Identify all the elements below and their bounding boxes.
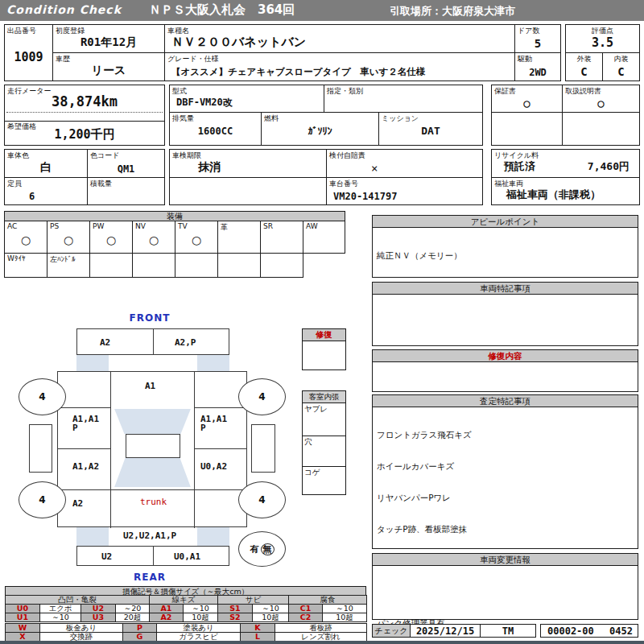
exterior-grade-label: 外装 <box>566 54 602 64</box>
vehicle-notes-title: 車両特記事項 <box>373 283 638 295</box>
drive-label: 駆動 <box>518 54 532 64</box>
equipment-cell-ac: AC ○ <box>4 221 47 254</box>
legend-value: ～10 <box>184 605 218 613</box>
legend-value: ～10 <box>40 613 81 622</box>
grade-value: 【オススメ】チェアキャブスロープタイプ 車いす２名仕様 <box>165 66 514 78</box>
legend-mark-table: W 板金あり P 塗装あり K 看板跡 X 交換跡 G ガラスヒビ L レンズ割… <box>5 623 366 642</box>
legend-value: エクボ <box>40 605 81 613</box>
legend-code: U0 <box>6 605 40 613</box>
assessment-title: 査定特記事項 <box>373 395 638 407</box>
legend-value: ～10 <box>253 605 289 613</box>
body-line <box>194 372 195 528</box>
check-code: 00002-00 <box>547 625 594 637</box>
legend-group: 腐食 <box>289 596 367 605</box>
appeal-title: アピールポイント <box>373 216 638 228</box>
equipment-label: SR <box>263 222 273 230</box>
equipment-label: AW <box>306 222 318 230</box>
legend-group: 線キズ <box>150 596 218 605</box>
model-code-value: DBF-VM20改 <box>170 96 324 109</box>
warranty-label: 保証書 <box>494 86 516 97</box>
grade-cell: グレード・仕様 【オススメ】チェアキャブスロープタイプ 車いす２名仕様 <box>164 52 515 81</box>
exterior-grade-value: C <box>566 65 602 78</box>
legend-value: ～10 <box>323 605 367 613</box>
rear-corner-glass-left <box>76 527 109 546</box>
side-step-right <box>251 424 275 473</box>
legend-value: 看板跡 <box>275 624 367 633</box>
body-color-value: 白 <box>5 160 87 175</box>
legend-value: 塗装あり <box>157 624 241 633</box>
capacity-value: 6 <box>5 191 87 202</box>
check-code-box: 00002-00 0452 <box>540 624 638 638</box>
model-value: ＮＶ２００バネットバン <box>165 35 514 50</box>
model-code-cell: 型式 DBF-VM20改 <box>169 85 324 113</box>
legend-value: ガラスヒビ <box>157 633 241 642</box>
damage-code: A2,P <box>175 338 196 347</box>
change-info-panel: 車両変更情報 <box>372 553 638 620</box>
roof-panel <box>126 434 180 458</box>
equipment-mark: ○ <box>133 233 175 246</box>
door-front-left-code2: P <box>72 423 78 432</box>
doors-cell: ドア数 5 <box>514 24 561 53</box>
equipment-note-cell: 左ﾊﾝﾄﾞﾙ <box>47 253 90 278</box>
rear-bumper-right: U0,A1 <box>153 546 229 566</box>
legend-group: 凸凹・亀裂 <box>6 596 150 605</box>
equipment-note-cell: Wﾀｲﾔ <box>4 253 47 278</box>
mission-label: ミッション <box>382 114 419 124</box>
legend-code: S1 <box>218 605 253 613</box>
repair-box: 修復 <box>302 328 346 370</box>
capacity-label: 定員 <box>7 179 22 189</box>
legend-value: ～20 <box>116 605 150 613</box>
insurance-mark: × <box>327 162 482 175</box>
payload-label: 積載量 <box>90 179 112 189</box>
color-code-value: QM1 <box>88 163 164 175</box>
manual-cell: 取扱説明書 ○ <box>562 85 640 113</box>
welfare-cell: 福祉車両 福祉車両（非課税） <box>491 177 640 205</box>
manual-mark: ○ <box>563 97 639 109</box>
check-date: 2025/12/15 <box>410 624 481 638</box>
equipment-label: TV <box>178 222 188 230</box>
check-label: チェック <box>372 624 411 638</box>
wheel-mark: 4 <box>258 391 265 402</box>
empty-doc-cell <box>562 112 640 146</box>
drive-value: 2WD <box>515 67 560 78</box>
designation-cell: 指定・類別 <box>324 85 483 113</box>
body-line <box>194 407 247 408</box>
wheel-front-right: 4 <box>238 378 286 415</box>
damage-code: A2 <box>100 338 110 347</box>
recycle-cell: リサイクル料 預託済 7,460円 <box>491 149 640 178</box>
exterior-grade-cell: 外装 C <box>565 52 603 81</box>
price-value: 1,200千円 <box>5 127 164 142</box>
equipment-cell-aw: AW <box>303 221 345 254</box>
score-value: 3.5 <box>566 35 639 50</box>
legend-code: A2 <box>150 613 184 622</box>
equipment-note-cell <box>89 253 133 278</box>
insurance-cell: 検付自賠責 × <box>326 149 483 178</box>
warranty-mark: ○ <box>492 97 562 109</box>
equipment-label: AC <box>7 222 17 230</box>
displacement-value: 1600CC <box>170 126 261 137</box>
assessment-line: リヤバンパーPワレ <box>377 493 634 503</box>
warranty-cell: 保証書 ○ <box>491 85 563 113</box>
dotted-divider <box>6 112 163 113</box>
doors-label: ドア数 <box>518 26 539 36</box>
equipment-cell-leather: 革 <box>217 221 261 254</box>
check-serial: 0452 <box>609 625 633 637</box>
front-bumper-left: A2 <box>76 328 154 355</box>
change-info-title: 車両変更情報 <box>373 554 638 566</box>
lot-number-label: 出品番号 <box>7 26 36 36</box>
equipment-cell-sr: SR <box>260 221 303 254</box>
repair-box-title: 修復 <box>303 329 345 341</box>
fuel-label: 燃料 <box>264 114 279 124</box>
rear-panel-code: U2,U2,A1,P <box>123 531 176 540</box>
chassis-value: VM20-141797 <box>327 191 482 202</box>
odometer-price-box: 走行メーター 38,874km 希望価格 1,200千円 <box>4 85 165 146</box>
body-color-cell: 車体色 白 <box>4 149 88 178</box>
equipment-note-cell <box>132 253 175 278</box>
interior-grade-label: 内装 <box>603 54 639 64</box>
history-value: リース <box>53 64 164 78</box>
assessment-line: ホイールカバーキズ <box>377 461 634 472</box>
fuel-cell: 燃料 ｶﾞｿﾘﾝ <box>261 112 379 146</box>
recycle-fee: 7,460円 <box>588 159 630 174</box>
doors-value: 5 <box>515 37 560 50</box>
hood-code: A1 <box>145 382 155 390</box>
